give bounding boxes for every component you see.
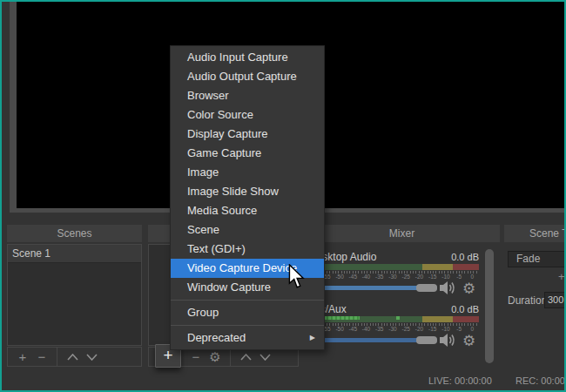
transitions-panel-title: Scene Transitions bbox=[504, 225, 566, 242]
menu-item-audio-output-capture[interactable]: Audio Output Capture bbox=[171, 67, 324, 86]
duration-input[interactable]: 300 bbox=[544, 292, 566, 308]
mixer-panel-title: Mixer bbox=[304, 225, 500, 242]
tick-label: -45 bbox=[347, 274, 360, 280]
tick-label: -15 bbox=[426, 274, 439, 280]
channel-settings-gear-icon[interactable]: ⚙ bbox=[462, 281, 475, 296]
scenes-panel-title: Scenes bbox=[7, 225, 142, 242]
tick-label: -5 bbox=[453, 326, 466, 333]
tick-label: -40 bbox=[360, 326, 373, 333]
scene-list-item[interactable]: Scene 1 bbox=[8, 245, 141, 263]
mouse-cursor bbox=[288, 264, 306, 293]
menu-separator bbox=[171, 300, 324, 301]
transition-select[interactable]: Fade bbox=[508, 251, 566, 267]
channel-db-value: 0.0 dB bbox=[451, 304, 479, 314]
tick-label: -35 bbox=[373, 274, 386, 280]
channel-db-value: 0.0 dB bbox=[451, 252, 479, 262]
volume-slider-handle[interactable] bbox=[416, 336, 437, 344]
move-scene-down-button[interactable] bbox=[82, 354, 101, 361]
volume-meter bbox=[307, 264, 479, 270]
move-scene-up-button[interactable] bbox=[63, 354, 82, 361]
meter-peak-indicator bbox=[396, 316, 400, 320]
scenes-panel: Scenes Scene 1 + − bbox=[7, 225, 142, 368]
tick-label: -45 bbox=[347, 326, 360, 333]
tick-label: -10 bbox=[439, 274, 452, 280]
volume-slider-handle[interactable] bbox=[416, 284, 437, 292]
speaker-icon[interactable] bbox=[440, 281, 457, 295]
menu-item-display-capture[interactable]: Display Capture bbox=[171, 125, 324, 144]
menu-item-audio-input-capture[interactable]: Audio Input Capture bbox=[171, 48, 324, 67]
volume-meter bbox=[307, 316, 479, 322]
tick-label: -10 bbox=[439, 326, 452, 333]
mixer-panel: Mixer Desktop Audio 0.0 dB -60-55-50-45-… bbox=[304, 225, 500, 368]
tick-label: -50 bbox=[333, 326, 346, 333]
tick-label: -25 bbox=[400, 274, 413, 280]
add-source-context-menu: Audio Input Capture Audio Output Capture… bbox=[170, 45, 325, 350]
scenes-list: Scene 1 bbox=[7, 244, 142, 346]
menu-item-group[interactable]: Group bbox=[171, 303, 324, 322]
rec-time-status: REC: 00:00:00 bbox=[515, 375, 566, 386]
submenu-arrow-icon: ▶ bbox=[310, 328, 315, 348]
menu-item-image-slide-show[interactable]: Image Slide Show bbox=[171, 182, 324, 201]
tick-label: -40 bbox=[360, 274, 373, 280]
menu-item-deprecated-label: Deprecated bbox=[187, 331, 246, 344]
tick-label: -5 bbox=[453, 274, 466, 280]
tick-label: -15 bbox=[426, 326, 439, 333]
tick-label: -30 bbox=[386, 326, 399, 333]
toolbar-divider bbox=[57, 348, 57, 366]
menu-item-text-gdi[interactable]: Text (GDI+) bbox=[171, 240, 324, 259]
tick-label: -50 bbox=[333, 274, 346, 280]
speaker-icon[interactable] bbox=[440, 334, 457, 348]
duration-label: Duration bbox=[508, 294, 547, 307]
tick-label: -20 bbox=[413, 326, 426, 333]
tick-label: 0 bbox=[466, 326, 479, 333]
remove-scene-button[interactable]: − bbox=[32, 348, 51, 366]
remove-source-button[interactable]: − bbox=[186, 348, 206, 366]
live-time-status: LIVE: 00:00:00 bbox=[428, 375, 492, 386]
add-transition-button[interactable]: + bbox=[558, 270, 565, 283]
mixer-scrollbar[interactable] bbox=[485, 249, 494, 363]
tick-label: -35 bbox=[373, 326, 386, 333]
menu-item-color-source[interactable]: Color Source bbox=[171, 105, 324, 125]
menu-separator bbox=[171, 325, 324, 326]
tick-label: -30 bbox=[386, 274, 399, 280]
menu-item-game-capture[interactable]: Game Capture bbox=[171, 144, 324, 163]
move-source-up-button[interactable] bbox=[236, 354, 255, 361]
tick-label: -25 bbox=[400, 326, 413, 333]
meter-tick-labels: -60-55-50-45-40-35-30-25-20-15-10-50 bbox=[307, 326, 479, 333]
menu-item-browser[interactable]: Browser bbox=[171, 86, 324, 105]
scenes-toolbar: + − bbox=[7, 347, 142, 367]
tick-label: 0 bbox=[466, 274, 479, 280]
add-scene-button[interactable]: + bbox=[13, 348, 32, 366]
channel-settings-gear-icon[interactable]: ⚙ bbox=[462, 334, 475, 348]
menu-item-image[interactable]: Image bbox=[171, 163, 324, 182]
source-properties-gear-icon[interactable]: ⚙ bbox=[206, 348, 225, 366]
menu-item-media-source[interactable]: Media Source bbox=[171, 201, 324, 220]
meter-tick-labels: -60-55-50-45-40-35-30-25-20-15-10-50 bbox=[307, 274, 479, 280]
menu-item-deprecated[interactable]: Deprecated ▶ bbox=[171, 328, 324, 348]
menu-item-scene[interactable]: Scene bbox=[171, 220, 324, 240]
tick-label: -20 bbox=[413, 274, 426, 280]
toolbar-divider bbox=[230, 348, 231, 366]
move-source-down-button[interactable] bbox=[255, 354, 274, 361]
scene-transitions-panel: Scene Transitions Fade + Duration 300 bbox=[504, 225, 566, 368]
